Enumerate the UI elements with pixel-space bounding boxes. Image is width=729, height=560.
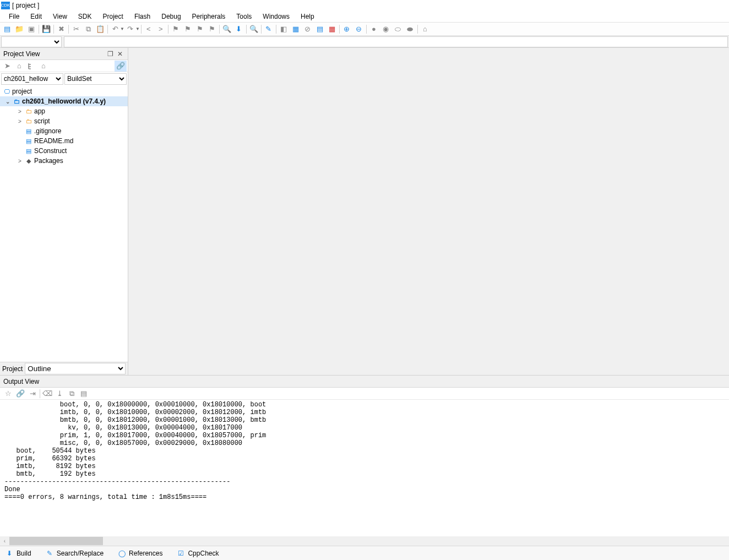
home2-icon[interactable]: ⌂ <box>37 61 50 72</box>
paste-icon[interactable]: 📋 <box>94 24 106 35</box>
redo-dropdown-icon[interactable]: ▼ <box>135 26 140 31</box>
package-icon: ◆ <box>24 156 33 165</box>
settings-flash-icon[interactable]: ▤ <box>314 24 326 35</box>
expression-input[interactable] <box>64 36 728 47</box>
link-editor-icon[interactable]: 🔗 <box>115 61 127 72</box>
tree-project-node[interactable]: ⌄ 🗀 ch2601_helloworld (v7.4.y) <box>0 96 128 106</box>
stop-flash-icon[interactable]: ⊘ <box>302 24 314 35</box>
buildset-select[interactable]: BuildSet <box>64 73 127 85</box>
project-tree[interactable]: 🖵 project ⌄ 🗀 ch2601_helloworld (v7.4.y)… <box>0 85 128 362</box>
tab-references[interactable]: ◯ References <box>115 548 166 559</box>
menu-project[interactable]: Project <box>97 11 129 22</box>
collapse-icon[interactable]: ⌄ <box>4 99 11 105</box>
separator <box>68 25 69 34</box>
search-project-icon[interactable]: 🔍 <box>248 24 260 35</box>
menu-windows[interactable]: Windows <box>257 11 295 22</box>
ide-window: CDK [ project ] File Edit View SDK Proje… <box>0 0 729 560</box>
context-combo[interactable] <box>1 36 62 47</box>
clear-icon[interactable]: ⌫ <box>41 388 53 399</box>
cut-icon[interactable]: ✂ <box>70 24 82 35</box>
forward-icon[interactable]: > <box>155 24 167 35</box>
disk2-icon[interactable]: ◉ <box>380 24 392 35</box>
expand-icon[interactable]: > <box>17 118 23 124</box>
back-icon[interactable]: < <box>143 24 155 35</box>
restore-icon[interactable]: ❐ <box>106 50 115 58</box>
undo-icon[interactable]: ↶ <box>109 24 121 35</box>
bookmark-prev-icon[interactable]: ⚑ <box>182 24 194 35</box>
tree-item[interactable]: ▤README.md <box>0 136 128 146</box>
home-icon[interactable]: ⌂ <box>419 24 431 35</box>
project-view-title: Project View <box>3 50 40 58</box>
tab-search[interactable]: ✎ Search/Replace <box>42 548 107 559</box>
redo-icon[interactable]: ↷ <box>124 24 137 35</box>
main-area: Project View ❐ ✕ ➤ ⌂ ⌂ 🔗 ch2601_hellow B… <box>0 48 729 375</box>
tree-item[interactable]: >◆Packages <box>0 156 128 166</box>
link-icon[interactable]: 🔗 <box>14 388 26 399</box>
tab-build[interactable]: ⬇ Build <box>2 548 35 559</box>
tab-cppcheck[interactable]: ☑ CppCheck <box>173 548 222 559</box>
zoom-in-icon[interactable]: ⊕ <box>341 24 353 35</box>
project-view-panel: Project View ❐ ✕ ➤ ⌂ ⌂ 🔗 ch2601_hellow B… <box>0 48 128 375</box>
tree-item[interactable]: ▤SConstruct <box>0 146 128 156</box>
tree-item[interactable]: ▤.gitignore <box>0 126 128 136</box>
project-view-header: Project View ❐ ✕ <box>0 48 128 60</box>
close-icon[interactable]: ✖ <box>55 24 67 35</box>
outline-select[interactable]: Outline <box>25 363 126 374</box>
menu-debug[interactable]: Debug <box>156 11 186 22</box>
flash-icon[interactable]: ▦ <box>290 24 302 35</box>
tab-references-label: References <box>129 550 162 557</box>
bookmark-toggle-icon[interactable]: ⚑ <box>170 24 182 35</box>
menu-tools[interactable]: Tools <box>231 11 257 22</box>
copy-output-icon[interactable]: ⧉ <box>66 388 78 399</box>
output-scrollbar[interactable]: ‹ <box>0 536 729 546</box>
tree-root[interactable]: 🖵 project <box>0 86 128 96</box>
cube-icon[interactable]: ◧ <box>278 24 290 35</box>
erase-icon[interactable]: ▦ <box>326 24 338 35</box>
target-select[interactable]: ch2601_hellow <box>1 73 63 85</box>
footer-label: Project <box>2 365 23 373</box>
menu-sdk[interactable]: SDK <box>73 11 97 22</box>
star-icon[interactable]: ☆ <box>2 388 14 399</box>
scroll-left-icon[interactable]: ‹ <box>0 536 9 546</box>
home-icon[interactable]: ⌂ <box>13 61 25 72</box>
download-icon[interactable]: ⬇ <box>233 24 245 35</box>
close-file-icon[interactable]: ▣ <box>25 24 37 35</box>
expand-icon[interactable]: > <box>17 158 23 164</box>
tree-item-label: Packages <box>34 157 63 165</box>
menu-file[interactable]: File <box>3 11 25 22</box>
menu-view[interactable]: View <box>47 11 73 22</box>
zoom-out-icon[interactable]: ⊖ <box>353 24 365 35</box>
folder-icon: 🗀 <box>12 97 21 106</box>
unlink-icon[interactable]: ⬬ <box>404 24 416 35</box>
scroll-thumb[interactable] <box>9 537 103 545</box>
link-icon[interactable]: ⬭ <box>392 24 404 35</box>
open-folder-icon[interactable]: 📁 <box>13 24 25 35</box>
app-icon: CDK <box>1 2 10 9</box>
locate-icon[interactable]: ➤ <box>1 61 13 72</box>
main-toolbar: ▤ 📁 ▣ 💾 ✖ ✂ ⧉ 📋 ↶▼ ↷▼ < > ⚑ ⚑ ⚑ ⚑ 🔍 ⬇ 🔍 … <box>0 23 729 36</box>
search-icon[interactable]: 🔍 <box>221 24 233 35</box>
wand-icon[interactable]: ✎ <box>263 24 275 35</box>
output-view-title: Output View <box>3 378 39 385</box>
menu-edit[interactable]: Edit <box>25 11 47 22</box>
tree-item[interactable]: >🗀app <box>0 106 128 116</box>
bookmark-next-icon[interactable]: ⚑ <box>194 24 206 35</box>
undo-dropdown-icon[interactable]: ▼ <box>120 26 124 31</box>
output-text[interactable]: boot, 0, 0, 0x18000000, 0x00010000, 0x18… <box>0 400 729 536</box>
menu-flash[interactable]: Flash <box>129 11 156 22</box>
disk1-icon[interactable]: ● <box>368 24 380 35</box>
tree-item[interactable]: >🗀script <box>0 116 128 126</box>
tree-icon[interactable] <box>25 61 37 72</box>
new-file-icon[interactable]: ▤ <box>1 24 13 35</box>
bookmark-clear-icon[interactable]: ⚑ <box>206 24 218 35</box>
menu-help[interactable]: Help <box>295 11 320 22</box>
save-icon[interactable]: 💾 <box>40 24 52 35</box>
export-icon[interactable]: ⤓ <box>53 388 66 399</box>
project-view-selects: ch2601_hellow BuildSet <box>0 72 128 85</box>
wrap-icon[interactable]: ⇥ <box>26 388 39 399</box>
expand-icon[interactable]: > <box>17 108 23 115</box>
menu-peripherals[interactable]: Peripherals <box>187 11 231 22</box>
select-all-icon[interactable]: ▤ <box>78 388 90 399</box>
close-panel-icon[interactable]: ✕ <box>116 50 124 58</box>
copy-icon[interactable]: ⧉ <box>82 24 94 35</box>
